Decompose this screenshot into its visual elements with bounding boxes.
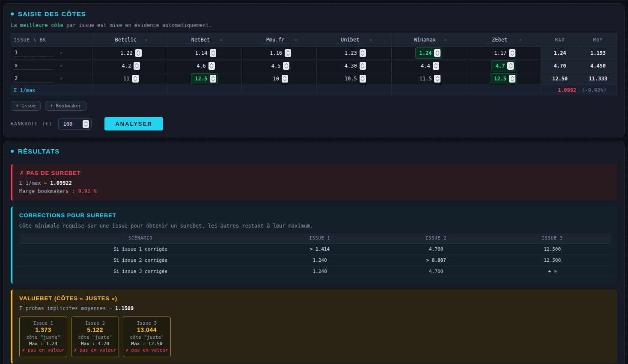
add-issue-button[interactable]: + Issue: [11, 101, 41, 111]
odds-input[interactable]: 11: [119, 74, 140, 84]
corrections-column-header: ISSUE 3: [494, 234, 610, 244]
bookmaker-name-input[interactable]: NetBet: [186, 36, 214, 44]
odds-value: 4.30: [345, 63, 357, 69]
analyse-button[interactable]: ANALYSER: [104, 117, 163, 130]
stepper-icon[interactable]: [434, 49, 440, 57]
table-actions: + Issue + Bookmaker: [11, 101, 617, 111]
odds-value: 12.5: [195, 76, 208, 82]
odds-input[interactable]: 11.5: [416, 74, 442, 84]
moy-value-cell: 11.333: [579, 72, 617, 85]
stepper-icon[interactable]: [433, 62, 439, 70]
valuebet-card-sub: côte "juste": [125, 334, 168, 340]
stepper-icon[interactable]: [507, 62, 514, 70]
issue-label-input[interactable]: x: [14, 62, 53, 70]
corrections-row: Si issue 1 corrigée> 1.4144.70012.500: [19, 244, 610, 255]
bookmaker-column-header: Pmu.fr×: [242, 34, 317, 47]
table-corner-label: ISSUE \ BK: [11, 34, 92, 47]
odds-input[interactable]: 1.17: [490, 48, 517, 58]
section-bullet-icon: [11, 12, 14, 15]
no-surebet-card: ✗ PAS DE SUREBET Σ 1/max = 1.09922 Marge…: [11, 164, 617, 201]
odds-value: 12.5: [494, 76, 506, 82]
odds-value: 4.7: [496, 63, 505, 69]
odds-row: x×4.24.64.54.304.44.74.704.450: [11, 59, 617, 72]
stepper-icon[interactable]: [360, 62, 366, 70]
valuebet-fair-odds: 13.044: [125, 327, 168, 333]
odds-input[interactable]: 4.6: [193, 61, 216, 71]
stepper-icon[interactable]: [208, 62, 215, 70]
issue-label-input[interactable]: 1: [14, 49, 53, 57]
bookmaker-name-input[interactable]: ZEbet: [485, 36, 514, 44]
odds-input[interactable]: 1.14: [191, 48, 218, 58]
stepper-icon[interactable]: [285, 49, 291, 57]
subtitle-highlight: meilleure côte: [20, 22, 63, 28]
odds-input[interactable]: 10.5: [341, 74, 367, 84]
odds-value: 1.24: [420, 50, 432, 56]
stepper-icon[interactable]: [134, 62, 140, 70]
stepper-icon[interactable]: [360, 49, 366, 57]
correction-value-cell: 1.240: [262, 266, 378, 277]
remove-issue-icon[interactable]: ×: [60, 63, 63, 68]
odds-input[interactable]: 1.24: [415, 47, 443, 59]
stepper-icon[interactable]: [434, 75, 440, 83]
bookmaker-name-input[interactable]: Betclic: [112, 36, 140, 44]
bankroll-input[interactable]: 100: [58, 118, 92, 130]
bookmaker-column-header: Unibet×: [316, 34, 391, 47]
remove-issue-icon[interactable]: ×: [60, 50, 63, 55]
odds-input[interactable]: 1.23: [341, 48, 367, 58]
marge-line-label: Marge bookmakers :: [19, 188, 78, 194]
sum-value: 1.0992: [541, 85, 579, 95]
issue-label-cell: x×: [11, 59, 92, 72]
bookmaker-name-input[interactable]: Pmu.fr: [261, 36, 289, 44]
add-bookmaker-button[interactable]: + Bookmaker: [45, 101, 86, 111]
correction-value-cell: 12.500: [494, 244, 610, 255]
odds-value: 1.16: [270, 50, 282, 56]
stepper-icon[interactable]: [210, 75, 216, 83]
remove-bookmaker-icon[interactable]: ×: [369, 38, 372, 42]
odds-input[interactable]: 4.2: [118, 61, 141, 71]
odds-input[interactable]: 4.4: [417, 61, 440, 71]
correction-value-cell: 4.700: [378, 266, 494, 277]
stepper-icon[interactable]: [509, 49, 515, 57]
stepper-icon[interactable]: [283, 62, 289, 70]
odds-input[interactable]: 12.5: [191, 73, 218, 84]
bankroll-row: BANKROLL (€) 100 ANALYSER: [11, 117, 617, 130]
sum-line-value: 1.09922: [50, 180, 72, 186]
odds-input[interactable]: 1.22: [116, 48, 143, 58]
bookmaker-name-input[interactable]: Unibet: [336, 36, 364, 44]
remove-issue-icon[interactable]: ×: [60, 76, 63, 81]
stepper-icon[interactable]: [83, 120, 89, 128]
bookmaker-name-input[interactable]: Winamax: [411, 36, 439, 44]
stepper-icon[interactable]: [282, 75, 288, 83]
odds-input[interactable]: 4.7: [491, 60, 516, 71]
stepper-icon[interactable]: [135, 49, 142, 57]
saisie-panel: SAISIE DES CÔTES La meilleure côte par i…: [3, 3, 625, 137]
corrections-column-header: SCÉNARIO: [19, 234, 262, 244]
corrections-column-header: ISSUE 1: [262, 234, 378, 244]
odds-input[interactable]: 4.30: [341, 61, 367, 71]
sum-row-label: Σ 1/max: [11, 85, 92, 95]
remove-bookmaker-icon[interactable]: ×: [519, 38, 521, 42]
odds-input[interactable]: 4.5: [268, 61, 291, 71]
odds-input[interactable]: 1.16: [266, 48, 292, 58]
stepper-icon[interactable]: [360, 75, 366, 83]
stepper-icon[interactable]: [132, 75, 139, 83]
remove-bookmaker-icon[interactable]: ×: [295, 38, 297, 42]
max-column-header: MAX: [541, 34, 579, 47]
stepper-icon[interactable]: [210, 49, 216, 57]
remove-bookmaker-icon[interactable]: ×: [444, 38, 446, 42]
odds-input[interactable]: 12.5: [490, 73, 517, 84]
issue-label-cell: 2×: [11, 72, 92, 85]
corrections-card: CORRECTIONS POUR SUREBET Côte minimale r…: [11, 207, 617, 284]
remove-bookmaker-icon[interactable]: ×: [145, 38, 148, 42]
remove-bookmaker-icon[interactable]: ×: [220, 38, 222, 42]
valuebet-fair-odds: 1.373: [22, 327, 65, 333]
marge-line: Marge bookmakers : 9.92 %: [19, 188, 610, 194]
issue-label-input[interactable]: 2: [14, 75, 53, 83]
stepper-icon[interactable]: [509, 75, 515, 83]
sum-line: Σ 1/max = 1.09922: [19, 180, 610, 186]
moy-value-cell: 1.193: [579, 47, 617, 59]
odds-input[interactable]: 10: [269, 74, 289, 84]
valuebet-card: VALUEBET (CÔTES « JUSTES ») Σ probas imp…: [11, 290, 617, 364]
odds-value: 1.17: [494, 50, 506, 56]
valuebet-issue-card: Issue 313.044côte "juste"Max : 12.50✗ pa…: [123, 317, 171, 357]
